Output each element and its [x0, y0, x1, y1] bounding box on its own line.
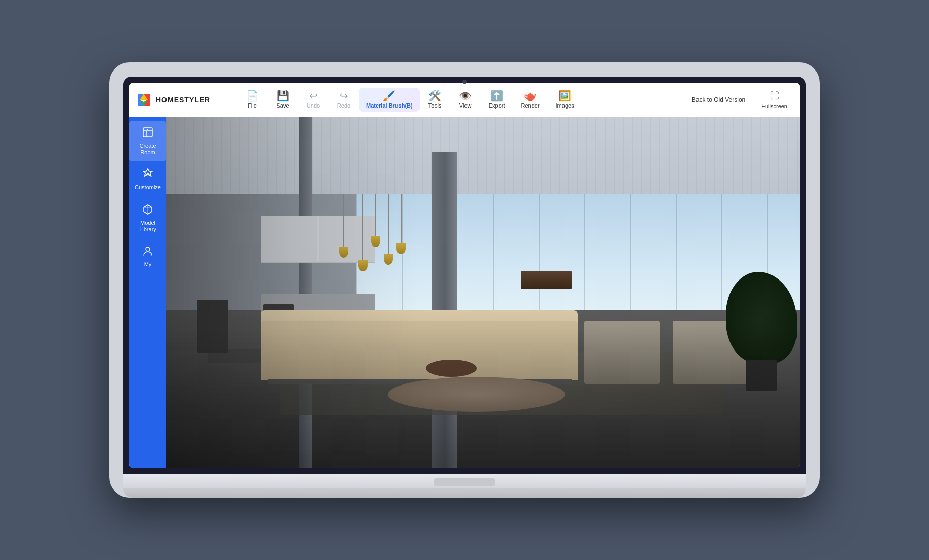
view-icon: 👁️ — [459, 91, 472, 101]
homestyler-logo-icon — [136, 92, 152, 108]
swing-rope-left — [534, 187, 534, 273]
ceiling-strips — [166, 117, 800, 194]
laptop-frame: HOMESTYLER 📄 File 💾 Save ↩ — [109, 62, 820, 498]
file-button[interactable]: 📄 File — [237, 87, 268, 113]
accent-chair-1 — [584, 321, 660, 384]
sidebar-item-create-room[interactable]: CreateRoom — [129, 121, 166, 161]
tools-label: Tools — [428, 102, 442, 109]
save-label: Save — [276, 102, 289, 109]
my-icon — [142, 245, 154, 259]
material-brush-icon: 🖌️ — [383, 91, 395, 101]
sidebar-item-my[interactable]: My — [129, 240, 166, 273]
indoor-plant — [736, 268, 787, 391]
cabinet-doors — [261, 216, 375, 262]
redo-button[interactable]: ↪ Redo — [328, 87, 359, 113]
canvas-area[interactable] — [166, 117, 800, 468]
render-icon: 🫖 — [524, 91, 537, 101]
app-title: HOMESTYLER — [156, 96, 210, 104]
svg-point-10 — [147, 173, 149, 175]
export-label: Export — [489, 102, 505, 109]
toolbar-right: Back to Old Version ⛶ Fullscreen — [686, 88, 793, 112]
swing-rope-right — [556, 187, 556, 273]
plant-pot — [746, 360, 777, 391]
ceiling — [166, 117, 800, 194]
sidebar-item-model-library[interactable]: ModelLibrary — [129, 198, 166, 238]
view-label: View — [459, 102, 472, 109]
svg-point-13 — [146, 247, 150, 251]
images-icon: 🖼️ — [558, 91, 571, 101]
undo-label: Undo — [307, 102, 320, 109]
laptop-screen: HOMESTYLER 📄 File 💾 Save ↩ — [129, 83, 800, 468]
pendant-light-4 — [388, 194, 389, 264]
sofa — [261, 310, 578, 380]
export-icon: ⬆️ — [490, 91, 503, 101]
pendant-light-1 — [343, 194, 344, 258]
fullscreen-label: Fullscreen — [761, 103, 787, 109]
tools-icon: 🛠️ — [428, 91, 441, 101]
sidebar-item-customize[interactable]: Customize — [129, 163, 166, 196]
main-area: CreateRoom Customize — [129, 117, 800, 468]
undo-button[interactable]: ↩ Undo — [298, 87, 328, 113]
table-decorative-items — [426, 360, 477, 377]
material-brush-label: Material Brush(B) — [366, 102, 413, 109]
swing-seat — [521, 271, 572, 289]
pendant-light-5 — [401, 194, 402, 254]
toolbar-items: 📄 File 💾 Save ↩ Undo ↪ — [237, 87, 686, 113]
logo-area: HOMESTYLER — [136, 92, 237, 108]
hanging-swing — [514, 187, 578, 310]
my-label: My — [144, 261, 152, 268]
file-icon: 📄 — [246, 91, 259, 101]
plant-leaves — [726, 272, 797, 364]
toolbar: HOMESTYLER 📄 File 💾 Save ↩ — [129, 83, 800, 117]
sofa-body — [261, 321, 578, 380]
trackpad — [434, 478, 495, 486]
file-label: File — [248, 102, 257, 109]
screen-bezel: HOMESTYLER 📄 File 💾 Save ↩ — [123, 77, 806, 474]
fullscreen-button[interactable]: ⛶ Fullscreen — [755, 88, 793, 112]
sidebar: CreateRoom Customize — [129, 117, 166, 468]
laptop-base — [123, 474, 806, 488]
save-icon: 💾 — [277, 91, 289, 101]
customize-label: Customize — [135, 184, 161, 191]
camera-dot — [462, 80, 467, 84]
pendant-light-2 — [362, 194, 363, 271]
back-to-old-version-button[interactable]: Back to Old Version — [686, 93, 751, 107]
coffee-table — [388, 377, 565, 412]
render-label: Render — [521, 102, 539, 109]
material-brush-button[interactable]: 🖌️ Material Brush(B) — [359, 88, 420, 112]
fullscreen-icon: ⛶ — [770, 91, 779, 101]
save-button[interactable]: 💾 Save — [268, 87, 298, 113]
app-container: HOMESTYLER 📄 File 💾 Save ↩ — [129, 83, 800, 468]
redo-label: Redo — [337, 102, 350, 109]
back-to-old-version-label: Back to Old Version — [692, 96, 745, 103]
export-button[interactable]: ⬆️ Export — [481, 87, 513, 113]
laptop-bottom — [123, 488, 806, 498]
customize-icon — [142, 168, 154, 182]
model-library-icon — [142, 203, 154, 218]
pendant-light-3 — [375, 194, 376, 247]
view-button[interactable]: 👁️ View — [450, 87, 481, 113]
render-button[interactable]: 🫖 Render — [513, 87, 547, 113]
create-room-icon — [142, 126, 154, 141]
model-library-label: ModelLibrary — [139, 220, 156, 233]
dining-chair — [197, 300, 228, 353]
images-label: Images — [556, 102, 574, 109]
redo-icon: ↪ — [340, 91, 348, 101]
create-room-label: CreateRoom — [139, 143, 156, 156]
tools-button[interactable]: 🛠️ Tools — [420, 87, 450, 113]
room-render — [166, 117, 800, 468]
undo-icon: ↩ — [309, 91, 318, 101]
kitchen-upper-cabinets — [261, 216, 375, 263]
images-button[interactable]: 🖼️ Images — [548, 87, 582, 113]
